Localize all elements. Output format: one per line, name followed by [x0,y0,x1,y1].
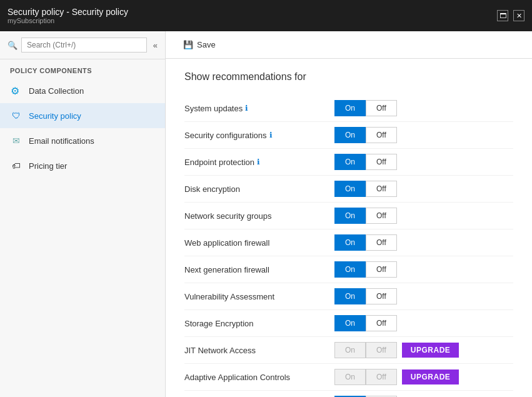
recommendation-row: Disk encryptionOnOff [184,176,513,203]
sidebar-item-pricing-tier[interactable]: Pricing tier [0,153,165,178]
collapse-button[interactable]: « [153,41,158,50]
recommendations-list: System updatesℹOnOffSecurity configurati… [184,95,513,397]
rec-label-next-generation-firewall: Next generation firewall [184,265,334,274]
sidebar-label-security-policy: Security policy [29,111,81,121]
rec-label-disk-encryption: Disk encryption [184,184,334,194]
search-bar: 🔍 « [0,31,165,59]
off-button-endpoint-protection[interactable]: Off [366,154,397,170]
toggle-group-web-application-firewall: OnOff [334,234,397,251]
toggle-controls-web-application-firewall: OnOff [334,234,397,251]
off-button-next-generation-firewall[interactable]: Off [366,261,397,278]
main-content: Show recommendations for System updatesℹ… [166,59,532,397]
off-button-network-security-groups[interactable]: Off [366,208,397,224]
recommendation-row: Vulnerability AssessmentOnOff [184,283,513,310]
toggle-controls-security-configurations: OnOff [334,127,397,143]
toggle-group-endpoint-protection: OnOff [334,154,397,170]
on-button-next-generation-firewall[interactable]: On [334,261,366,278]
tag-icon [10,159,23,172]
toolbar: 💾 Save [166,31,532,59]
shield-icon [10,109,23,122]
toggle-controls-storage-encryption: OnOff [334,315,397,331]
title-bar: Security policy - Security policy mySubs… [0,0,532,31]
toggle-controls-network-security-groups: OnOff [334,208,397,224]
off-button-security-configurations[interactable]: Off [366,127,397,143]
upgrade-button-jit-network-access[interactable]: UPGRADE [402,343,459,358]
toggle-group-system-updates: OnOff [334,100,397,116]
on-button-web-application-firewall[interactable]: On [334,234,366,251]
window: Security policy - Security policy mySubs… [0,0,532,397]
toggle-controls-next-generation-firewall: OnOff [334,261,397,278]
on-button-disk-encryption[interactable]: On [334,181,366,197]
rec-label-adaptive-application-controls: Adaptive Application Controls [184,373,334,382]
recommendation-row: Web application firewallOnOff [184,229,513,256]
on-button-security-configurations[interactable]: On [334,127,366,143]
rec-label-security-configurations: Security configurationsℹ [184,131,334,140]
main-panel: 💾 Save Show recommendations for System u… [166,31,532,397]
recommendation-row: Storage EncryptionOnOff [184,310,513,337]
upgrade-button-adaptive-application-controls[interactable]: UPGRADE [402,369,459,384]
toggle-controls-jit-network-access: OnOffUPGRADE [334,342,459,358]
off-button-web-application-firewall[interactable]: Off [366,234,397,251]
recommendation-row: Next generation firewallOnOff [184,256,513,283]
toggle-group-adaptive-application-controls: OnOff [334,369,397,385]
save-label: Save [197,40,216,49]
toggle-group-disk-encryption: OnOff [334,181,397,197]
save-icon: 💾 [183,40,193,49]
sidebar-item-data-collection[interactable]: Data Collection [0,78,165,103]
on-button-endpoint-protection[interactable]: On [334,154,366,170]
window-subtitle: mySubscription [8,17,128,24]
window-title: Security policy - Security policy [8,7,128,17]
recommendation-row: JIT Network AccessOnOffUPGRADE [184,337,513,364]
on-button-system-updates[interactable]: On [334,100,366,116]
off-button-storage-encryption[interactable]: Off [366,315,397,331]
recommendation-row: Endpoint protectionℹOnOff [184,149,513,176]
on-button-vulnerability-assessment[interactable]: On [334,288,366,304]
close-button[interactable]: ✕ [513,10,524,21]
recommendation-row: System updatesℹOnOff [184,95,513,122]
search-icon: 🔍 [8,41,18,50]
toggle-controls-vulnerability-assessment: OnOff [334,288,397,304]
on-button-adaptive-application-controls: On [334,369,366,385]
toggle-controls-disk-encryption: OnOff [334,181,397,197]
minimize-button[interactable]: 🗖 [497,10,508,21]
search-input[interactable] [21,38,147,53]
off-button-jit-network-access: Off [366,342,397,358]
toggle-controls-endpoint-protection: OnOff [334,154,397,170]
save-button[interactable]: 💾 Save [178,38,221,52]
toggle-controls-adaptive-application-controls: OnOffUPGRADE [334,369,459,385]
sidebar: 🔍 « POLICY COMPONENTS Data Collection Se… [0,31,166,397]
rec-label-network-security-groups: Network security groups [184,211,334,221]
recommendation-row: Security configurationsℹOnOff [184,122,513,149]
off-button-vulnerability-assessment[interactable]: Off [366,288,397,304]
title-bar-left: Security policy - Security policy mySubs… [8,7,128,24]
rec-label-storage-encryption: Storage Encryption [184,319,334,328]
rec-label-jit-network-access: JIT Network Access [184,346,334,355]
toggle-group-network-security-groups: OnOff [334,208,397,224]
info-icon-system-updates[interactable]: ℹ [245,104,248,113]
toggle-group-storage-encryption: OnOff [334,315,397,331]
info-icon-security-configurations[interactable]: ℹ [269,131,273,139]
on-button-storage-encryption[interactable]: On [334,315,366,331]
mail-icon [10,134,23,147]
sidebar-item-email-notifications[interactable]: Email notifications [0,128,165,153]
off-button-disk-encryption[interactable]: Off [366,181,397,197]
info-icon-endpoint-protection[interactable]: ℹ [257,158,260,166]
rec-label-vulnerability-assessment: Vulnerability Assessment [184,292,334,301]
sidebar-label-email-notifications: Email notifications [29,136,94,146]
rec-label-system-updates: System updatesℹ [184,104,334,113]
rec-label-endpoint-protection: Endpoint protectionℹ [184,158,334,167]
rec-label-web-application-firewall: Web application firewall [184,238,334,248]
off-button-system-updates[interactable]: Off [366,100,397,116]
gear-icon [10,84,23,97]
toggle-group-vulnerability-assessment: OnOff [334,288,397,304]
sidebar-item-security-policy[interactable]: Security policy [0,103,165,128]
toggle-controls-system-updates: OnOff [334,100,397,116]
recommendation-row: Network security groupsOnOff [184,203,513,229]
sidebar-label-data-collection: Data Collection [29,86,84,96]
toggle-group-next-generation-firewall: OnOff [334,261,397,278]
off-button-adaptive-application-controls: Off [366,369,397,385]
on-button-network-security-groups[interactable]: On [334,208,366,224]
toggle-group-security-configurations: OnOff [334,127,397,143]
content-area: 🔍 « POLICY COMPONENTS Data Collection Se… [0,31,532,397]
section-title: Show recommendations for [184,71,513,83]
